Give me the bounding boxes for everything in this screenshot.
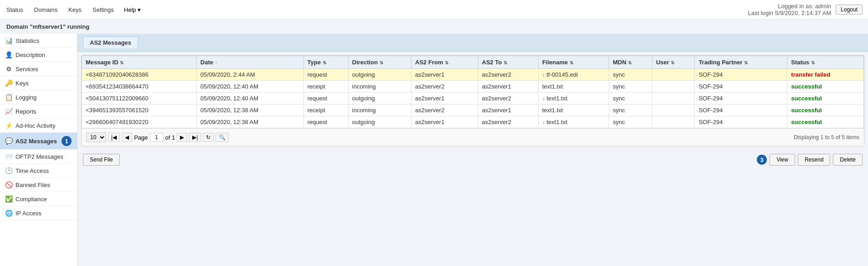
cell-user xyxy=(652,104,695,116)
sidebar-item-reports[interactable]: 📈 Reports xyxy=(0,104,77,119)
cell-as2from: as2server1 xyxy=(411,69,478,81)
cell-messageid: <634871092040628386 xyxy=(82,69,197,81)
last-login-label: Last login 5/9/2020, 2:14:37 AM xyxy=(748,10,831,16)
sidebar-item-oftp2messages[interactable]: 📨 OFTP2 Messages xyxy=(0,150,77,164)
right-action-buttons: 3 View Resend Delete xyxy=(755,154,863,166)
cell-filename: ↓ tf-00145.edi xyxy=(538,69,609,81)
tab-as2messages[interactable]: AS2 Messages xyxy=(83,37,138,48)
nav-help[interactable]: Help ▾ xyxy=(124,6,141,13)
search-button[interactable]: 🔍 xyxy=(216,133,229,142)
cell-direction: incoming xyxy=(348,81,411,93)
statistics-icon: 📊 xyxy=(5,37,13,44)
cell-status: successful xyxy=(787,93,864,104)
nav-status[interactable]: Status xyxy=(5,5,24,15)
sidebar-item-ipaccess[interactable]: 🌐 IP Access xyxy=(0,206,77,220)
view-button[interactable]: View xyxy=(770,154,795,166)
cell-user xyxy=(652,69,695,81)
page-input[interactable] xyxy=(150,133,164,142)
cell-as2from: as2server2 xyxy=(411,81,478,93)
next-page-button[interactable]: ▶ xyxy=(177,133,187,142)
col-as2from[interactable]: AS2 From ⇅ xyxy=(411,56,478,69)
cell-filename: ↓ text1.txt xyxy=(538,116,609,128)
cell-filename: ↓ text1.txt xyxy=(538,93,609,104)
cell-date: 05/09/2020, 12:40 AM xyxy=(196,93,303,104)
cell-date: 05/09/2020, 12:38 AM xyxy=(196,116,303,128)
pagination-controls: 10 25 50 |◀ ◀ Page of 1 ▶ ▶| ↻ 🔍 xyxy=(86,132,229,142)
chevron-down-icon: ▾ xyxy=(138,6,141,13)
cell-filename: text1.txt xyxy=(538,104,609,116)
cell-direction: outgoing xyxy=(348,69,411,81)
sidebar-item-timeaccess[interactable]: 🕐 Time Access xyxy=(0,164,77,178)
sidebar-item-services[interactable]: ⚙ Services xyxy=(0,62,77,76)
sidebar-item-compliance[interactable]: ✅ Compliance xyxy=(0,192,77,206)
table-row[interactable]: <634871092040628386 05/09/2020, 2:44 AM … xyxy=(82,69,864,81)
col-tradingpartner[interactable]: Trading Partner ⇅ xyxy=(695,56,787,69)
sidebar-item-logging[interactable]: 📋 Logging xyxy=(0,90,77,104)
services-icon: ⚙ xyxy=(5,65,13,73)
refresh-button[interactable]: ↻ xyxy=(203,133,214,142)
sidebar-item-adhoc[interactable]: ⚡ Ad-Hoc Activity xyxy=(0,119,77,133)
sidebar-item-as2messages[interactable]: 💬 AS2 Messages 1 xyxy=(0,133,77,150)
page-label: Page xyxy=(134,134,148,141)
col-filename[interactable]: Filename ⇅ xyxy=(538,56,609,69)
cell-direction: outgoing xyxy=(348,93,411,104)
sort-icon-messageid: ⇅ xyxy=(120,60,123,65)
sidebar-item-statistics[interactable]: 📊 Statistics xyxy=(0,34,77,48)
sort-icon-type: ⇅ xyxy=(323,60,326,65)
cell-date: 05/09/2020, 12:40 AM xyxy=(196,81,303,93)
nav-domains[interactable]: Domains xyxy=(33,5,58,15)
table-row[interactable]: <504130751122009660 05/09/2020, 12:40 AM… xyxy=(82,93,864,104)
delete-button[interactable]: Delete xyxy=(833,154,863,166)
sidebar-item-keys[interactable]: 🔑 Keys xyxy=(0,76,77,90)
logging-icon: 📋 xyxy=(5,94,13,101)
sidebar-item-description[interactable]: 👤 Description xyxy=(0,48,77,62)
prev-page-button[interactable]: ◀ xyxy=(122,133,132,142)
sort-icon-filename: ⇅ xyxy=(570,60,573,65)
col-status[interactable]: Status ⇅ xyxy=(787,56,864,69)
timeaccess-icon: 🕐 xyxy=(5,167,13,174)
col-type[interactable]: Type ⇅ xyxy=(303,56,348,69)
col-date[interactable]: Date ↑ xyxy=(196,56,303,69)
messages-table-container: Message ID ⇅ Date ↑ Type ⇅ Direction xyxy=(81,55,864,146)
sidebar: 📊 Statistics 👤 Description ⚙ Services 🔑 … xyxy=(0,34,77,266)
col-message-id[interactable]: Message ID ⇅ xyxy=(82,56,197,69)
oftp2-icon: 📨 xyxy=(5,153,13,160)
of-pages-label: of 1 xyxy=(165,134,175,141)
send-file-button[interactable]: Send File xyxy=(83,154,120,166)
cell-as2from: as2server1 xyxy=(411,116,478,128)
domain-title: Domain "mftserver1" running xyxy=(0,20,868,34)
first-page-button[interactable]: |◀ xyxy=(108,133,120,142)
table-header-row: Message ID ⇅ Date ↑ Type ⇅ Direction xyxy=(82,56,864,69)
col-direction[interactable]: Direction ⇅ xyxy=(348,56,411,69)
sort-icon-status: ⇅ xyxy=(811,60,815,65)
cell-tradingpartner: SOF-294 xyxy=(695,81,787,93)
col-mdn[interactable]: MDN ⇅ xyxy=(609,56,652,69)
last-page-button[interactable]: ▶| xyxy=(189,133,201,142)
main-layout: 📊 Statistics 👤 Description ⚙ Services 🔑 … xyxy=(0,34,868,266)
cell-direction: incoming xyxy=(348,104,411,116)
nav-settings[interactable]: Settings xyxy=(92,5,115,15)
col-as2to[interactable]: AS2 To ⇅ xyxy=(478,56,538,69)
table-row[interactable]: <394651393557061520 05/09/2020, 12:38 AM… xyxy=(82,104,864,116)
cell-as2from: as2server2 xyxy=(411,104,478,116)
cell-type: request xyxy=(303,69,348,81)
cell-type: request xyxy=(303,116,348,128)
nav-keys[interactable]: Keys xyxy=(67,5,82,15)
sidebar-item-bannedfiles[interactable]: 🚫 Banned Files xyxy=(0,178,77,192)
cell-tradingpartner: SOF-294 xyxy=(695,69,787,81)
cell-messageid: <394651393557061520 xyxy=(82,104,197,116)
badge-3: 3 xyxy=(757,155,767,165)
col-user[interactable]: User ⇅ xyxy=(652,56,695,69)
cell-mdn: sync xyxy=(609,81,652,93)
top-nav: Status Domains Keys Settings Help ▾ Logg… xyxy=(0,0,868,20)
page-size-select[interactable]: 10 25 50 xyxy=(86,132,106,142)
cell-tradingpartner: SOF-294 xyxy=(695,104,787,116)
table-row[interactable]: <693541234038664470 05/09/2020, 12:40 AM… xyxy=(82,81,864,93)
cell-as2to: as2server2 xyxy=(478,69,538,81)
resend-button[interactable]: Resend xyxy=(798,154,830,166)
sort-icon-mdn: ⇅ xyxy=(628,60,632,65)
tab-header: AS2 Messages xyxy=(77,34,868,52)
cell-as2to: as2server1 xyxy=(478,81,538,93)
table-row[interactable]: <286606407491930220 05/09/2020, 12:38 AM… xyxy=(82,116,864,128)
logout-button[interactable]: Logout xyxy=(836,5,863,15)
